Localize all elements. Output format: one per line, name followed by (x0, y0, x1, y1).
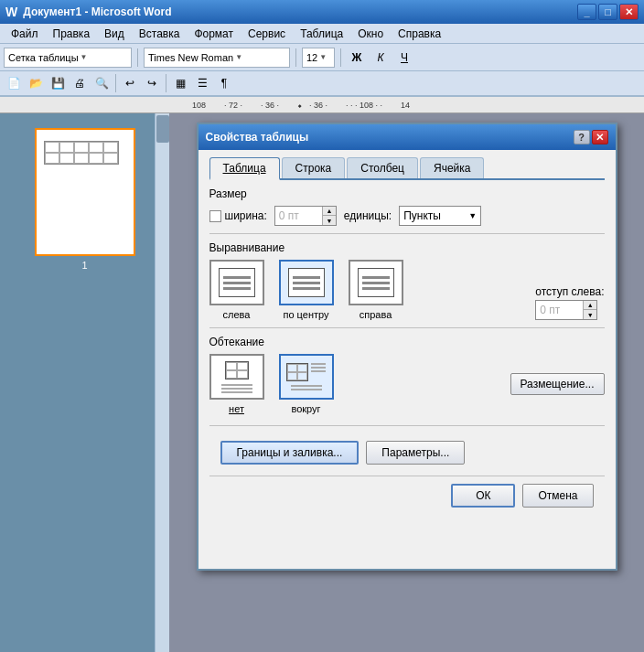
indent-spin-up[interactable]: ▲ (584, 301, 596, 310)
dialog-help-button[interactable]: ? (574, 130, 590, 144)
undo-button[interactable]: ↩ (120, 73, 140, 93)
print-button[interactable]: 🖨 (70, 73, 90, 93)
style-dropdown-value: Сетка таблицы (8, 52, 79, 63)
section-divider-3 (209, 425, 605, 426)
bold-button[interactable]: Ж (347, 48, 367, 68)
indent-spin-down[interactable]: ▼ (584, 310, 596, 319)
units-label: единицы: (344, 209, 392, 222)
table-properties-dialog: Свойства таблицы ? ✕ Таблица Строка (197, 123, 617, 571)
style-dropdown[interactable]: Сетка таблицы ▼ (4, 48, 132, 68)
action-buttons-row: Границы и заливка... Параметры... (209, 433, 605, 468)
borders-button[interactable]: Границы и заливка... (220, 441, 360, 465)
italic-button[interactable]: К (370, 48, 391, 68)
columns-button[interactable]: ☰ (192, 73, 212, 93)
width-checkbox[interactable] (209, 210, 221, 222)
wrap-around-table (286, 363, 308, 381)
page-panel: 1 (0, 113, 169, 652)
placement-button[interactable]: Размещение... (510, 373, 605, 395)
align-right-icon[interactable] (349, 260, 403, 305)
font-dropdown[interactable]: Times New Roman ▼ (144, 48, 290, 68)
wrap-none-option[interactable]: нет (209, 354, 264, 414)
options-button[interactable]: Параметры... (366, 441, 465, 465)
align-left-option[interactable]: слева (209, 260, 264, 320)
align-center-icon[interactable] (279, 260, 334, 305)
tab-row[interactable]: Строка (282, 157, 346, 178)
align-right-line-3 (362, 287, 390, 290)
align-left-icon[interactable] (209, 260, 264, 305)
title-bar: W Документ1 - Microsoft Word _ □ ✕ (0, 0, 644, 24)
scroll-thumb[interactable] (156, 115, 169, 143)
align-section-label: Выравнивание (209, 241, 605, 254)
width-spinners: ▲ ▼ (322, 207, 336, 225)
redo-button[interactable]: ↪ (142, 73, 162, 93)
width-spin-down[interactable]: ▼ (323, 216, 336, 225)
width-input[interactable]: 0 пт ▲ ▼ (274, 206, 337, 226)
indent-label: отступ слева: (535, 285, 604, 298)
menu-edit[interactable]: Правка (46, 26, 98, 42)
ruler-inner: 108 · 72 · · 36 · ⬥ · 36 · · · · 108 · ·… (192, 101, 410, 110)
toolbar-separator-3 (340, 48, 341, 67)
dialog-overlay: Свойства таблицы ? ✕ Таблица Строка (169, 113, 644, 652)
window-title: Документ1 - Microsoft Word (23, 5, 171, 18)
align-center-line-1 (293, 276, 320, 279)
menu-tools[interactable]: Сервис (241, 26, 293, 42)
menu-view[interactable]: Вид (97, 26, 132, 42)
maximize-button[interactable]: □ (598, 4, 617, 20)
dialog-title-bar: Свойства таблицы ? ✕ (199, 124, 616, 150)
tab-table[interactable]: Таблица (209, 157, 280, 180)
wrap-around-option[interactable]: вокруг (279, 354, 334, 414)
font-dropdown-value: Times New Roman (148, 52, 233, 63)
underline-button[interactable]: Ч (394, 48, 414, 68)
menu-bar: Файл Правка Вид Вставка Формат Сервис Та… (0, 24, 644, 44)
align-center-inner (288, 268, 325, 297)
indent-value: 0 пт (536, 301, 583, 319)
window-controls: _ □ ✕ (577, 4, 639, 20)
tab-cell[interactable]: Ячейка (420, 157, 484, 178)
wrap-section-label: Обтекание (209, 336, 605, 348)
insert-table-button[interactable]: ▦ (170, 73, 190, 93)
placement-button-container: Размещение... (510, 373, 605, 395)
align-center-option[interactable]: по центру (279, 260, 334, 320)
page-number: 1 (81, 260, 87, 271)
menu-file[interactable]: Файл (4, 26, 46, 42)
thumb-cell-6 (45, 153, 59, 164)
style-dropdown-arrow: ▼ (80, 53, 88, 61)
font-size-dropdown[interactable]: 12 ▼ (302, 48, 335, 68)
align-left-label: слева (223, 309, 251, 320)
open-button[interactable]: 📂 (26, 73, 46, 93)
minimize-button[interactable]: _ (577, 4, 596, 20)
preview-button[interactable]: 🔍 (91, 73, 112, 93)
new-button[interactable]: 📄 (4, 73, 24, 93)
menu-insert[interactable]: Вставка (132, 26, 188, 42)
width-label: ширина: (225, 209, 267, 222)
wrap-row: нет (209, 354, 605, 414)
paragraph-button[interactable]: ¶ (214, 73, 234, 93)
thumb-cell-4 (89, 142, 103, 153)
units-dropdown[interactable]: Пункты ▼ (399, 206, 481, 226)
indent-spinners: ▲ ▼ (583, 301, 596, 319)
ok-button[interactable]: ОК (451, 484, 515, 508)
menu-table[interactable]: Таблица (293, 26, 350, 42)
align-line-1 (223, 276, 251, 279)
ruler: 108 · 72 · · 36 · ⬥ · 36 · · · · 108 · ·… (0, 97, 644, 113)
indent-input[interactable]: 0 пт ▲ ▼ (535, 300, 597, 320)
dialog-close-button[interactable]: ✕ (592, 130, 608, 144)
section-divider-1 (209, 233, 605, 234)
thumb-cell-7 (59, 153, 74, 164)
close-button[interactable]: ✕ (619, 4, 639, 20)
wrap-around-icon[interactable] (279, 354, 334, 400)
menu-window[interactable]: Окно (350, 26, 391, 42)
menu-help[interactable]: Справка (391, 26, 448, 42)
align-right-inner (358, 268, 394, 297)
left-scrollbar[interactable] (155, 113, 169, 652)
width-spin-up[interactable]: ▲ (323, 207, 336, 216)
cancel-button[interactable]: Отмена (522, 484, 593, 508)
wrap-none-icon[interactable] (209, 354, 264, 400)
save-button[interactable]: 💾 (48, 73, 68, 93)
tab-column[interactable]: Столбец (347, 157, 418, 178)
menu-format[interactable]: Формат (187, 26, 241, 42)
thumb-cell-1 (45, 142, 59, 153)
width-checkbox-label[interactable]: ширина: (209, 209, 267, 222)
size-section-label: Размер (209, 187, 605, 200)
align-right-option[interactable]: справа (349, 260, 403, 320)
